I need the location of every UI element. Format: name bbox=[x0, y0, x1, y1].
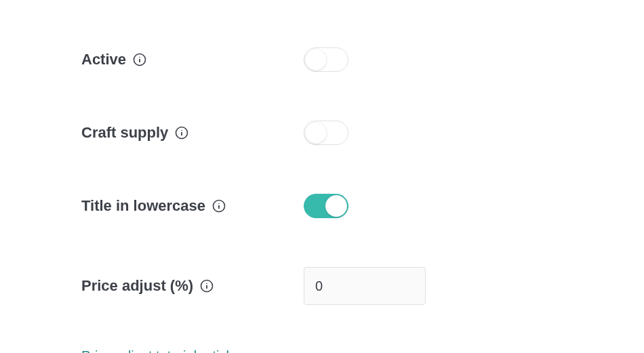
active-label: Active bbox=[81, 51, 126, 68]
title-lowercase-label: Title in lowercase bbox=[81, 197, 205, 215]
svg-point-1 bbox=[139, 57, 140, 58]
craft-supply-label: Craft supply bbox=[81, 124, 168, 142]
svg-point-7 bbox=[218, 203, 220, 205]
svg-point-10 bbox=[206, 283, 207, 285]
info-icon[interactable] bbox=[175, 126, 188, 140]
svg-point-4 bbox=[182, 130, 183, 131]
info-icon[interactable] bbox=[133, 53, 146, 66]
price-adjust-tutorial-link[interactable]: Price adjust tutorial article bbox=[81, 348, 237, 353]
craft-supply-toggle[interactable] bbox=[304, 121, 348, 145]
price-adjust-label: Price adjust (%) bbox=[81, 277, 193, 295]
info-icon[interactable] bbox=[212, 199, 226, 213]
active-toggle[interactable] bbox=[304, 47, 348, 72]
price-adjust-input[interactable] bbox=[304, 267, 426, 305]
title-lowercase-toggle[interactable] bbox=[304, 194, 348, 218]
info-icon[interactable] bbox=[200, 279, 214, 293]
